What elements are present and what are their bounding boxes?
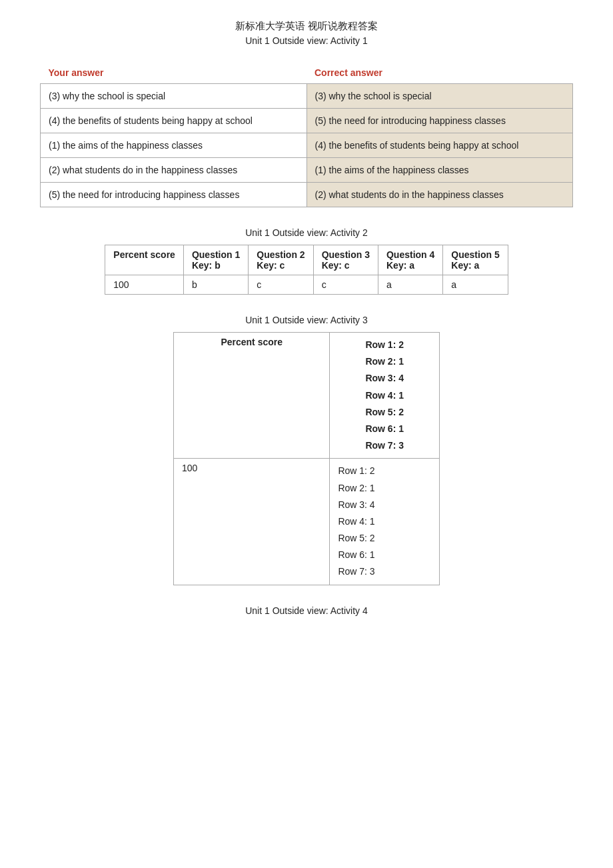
correct-answer-cell-3: (1) the aims of the happiness classes	[306, 158, 573, 183]
activity2-table: Percent scoreQuestion 1Key: bQuestion 2K…	[105, 245, 508, 295]
correct-answer-header: Correct answer	[306, 62, 573, 84]
activity3-percent-header: Percent score	[174, 333, 330, 459]
act2-cell-0-4: a	[378, 275, 442, 295]
act3-header-row: Row 1: 2	[338, 337, 431, 353]
act3-value-row: Row 4: 1	[338, 513, 431, 530]
act2-col-header-5: Question 5Key: a	[443, 245, 508, 275]
act2-cell-0-2: c	[249, 275, 313, 295]
act2-cell-0-0: 100	[105, 275, 184, 295]
activity3-rows-header: Row 1: 2Row 2: 1Row 3: 4Row 4: 1Row 5: 2…	[330, 333, 440, 459]
your-answer-cell-2: (1) the aims of the happiness classes	[41, 133, 307, 158]
title-english: Unit 1 Outside view: Activity 1	[40, 35, 573, 46]
act3-header-row: Row 5: 2	[338, 404, 431, 421]
act3-value-row: Row 7: 3	[338, 563, 431, 580]
page-header: 新标准大学英语 视听说教程答案 Unit 1 Outside view: Act…	[40, 20, 573, 46]
activity1-table: Your answer Correct answer (3) why the s…	[40, 62, 573, 207]
activity3-values: Row 1: 2Row 2: 1Row 3: 4Row 4: 1Row 5: 2…	[330, 459, 440, 585]
act3-header-row: Row 3: 4	[338, 370, 431, 387]
act3-value-row: Row 2: 1	[338, 480, 431, 497]
your-answer-cell-0: (3) why the school is special	[41, 84, 307, 109]
activity3-section: Unit 1 Outside view: Activity 3 Percent …	[40, 315, 573, 585]
activity4-section: Unit 1 Outside view: Activity 4	[40, 605, 573, 616]
act3-header-row: Row 4: 1	[338, 387, 431, 404]
act2-col-header-1: Question 1Key: b	[183, 245, 248, 275]
act2-cell-0-3: c	[313, 275, 378, 295]
act2-col-header-0: Percent score	[105, 245, 184, 275]
activity3-score: 100	[174, 459, 330, 585]
act2-cell-0-1: b	[183, 275, 248, 295]
act2-col-header-3: Question 3Key: c	[313, 245, 378, 275]
act3-value-row: Row 6: 1	[338, 547, 431, 563]
your-answer-header: Your answer	[41, 62, 307, 84]
act3-header-row: Row 2: 1	[338, 353, 431, 370]
correct-answer-cell-4: (2) what students do in the happiness cl…	[306, 183, 573, 207]
activity3-table: Percent score Row 1: 2Row 2: 1Row 3: 4Ro…	[173, 332, 440, 585]
act3-header-row: Row 7: 3	[338, 437, 431, 454]
title-chinese: 新标准大学英语 视听说教程答案	[40, 20, 573, 33]
activity2-section: Unit 1 Outside view: Activity 2 Percent …	[40, 227, 573, 295]
act2-cell-0-5: a	[443, 275, 508, 295]
correct-answer-cell-2: (4) the benefits of students being happy…	[306, 133, 573, 158]
activity3-title: Unit 1 Outside view: Activity 3	[40, 315, 573, 325]
correct-answer-cell-0: (3) why the school is special	[306, 84, 573, 109]
act2-col-header-4: Question 4Key: a	[378, 245, 442, 275]
act3-value-row: Row 5: 2	[338, 530, 431, 547]
act3-value-row: Row 3: 4	[338, 497, 431, 513]
activity2-title: Unit 1 Outside view: Activity 2	[40, 227, 573, 238]
your-answer-cell-3: (2) what students do in the happiness cl…	[41, 158, 307, 183]
activity4-title: Unit 1 Outside view: Activity 4	[40, 605, 573, 616]
your-answer-cell-4: (5) the need for introducing happiness c…	[41, 183, 307, 207]
act3-header-row: Row 6: 1	[338, 421, 431, 437]
activity1-section: Your answer Correct answer (3) why the s…	[40, 62, 573, 207]
act3-value-row: Row 1: 2	[338, 463, 431, 479]
correct-answer-cell-1: (5) the need for introducing happiness c…	[306, 109, 573, 133]
act2-col-header-2: Question 2Key: c	[249, 245, 313, 275]
your-answer-cell-1: (4) the benefits of students being happy…	[41, 109, 307, 133]
